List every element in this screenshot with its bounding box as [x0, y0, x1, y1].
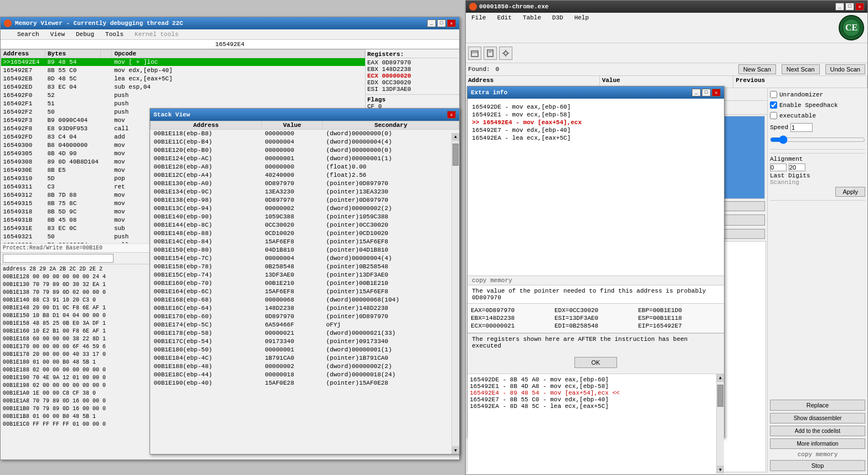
cell-extra: [101, 133, 112, 141]
sv-cell-value: 0D897970: [261, 196, 323, 205]
sv-cell-addr: 00B1E158(ebp-78): [151, 263, 262, 271]
sv-titlebar: Stack View ✕: [150, 109, 459, 121]
ce-btn-settings[interactable]: [499, 47, 512, 60]
ei-asm-row: 165492E1 - mov ecx,[ebp-58]: [472, 111, 720, 119]
cell-extra: [101, 183, 112, 191]
sv-cell-value: 1059C388: [261, 213, 323, 221]
speed-row: Speed: [770, 122, 865, 133]
apply-btn[interactable]: Apply: [835, 187, 865, 197]
ce-menu-d3d[interactable]: D3D: [549, 14, 567, 42]
stop-btn[interactable]: Stop: [770, 460, 865, 471]
sep2: [770, 200, 865, 201]
sv-cell-addr: 00B1E138(ebp-98): [151, 196, 262, 205]
ok-btn[interactable]: OK: [574, 357, 618, 368]
sv-cell-addr: 00B1E180(ebp-50): [151, 346, 262, 354]
cell-extra: [101, 191, 112, 200]
cell-extra: [101, 208, 112, 216]
sv-cell-addr: 00B1E154(ebp-7C): [151, 254, 262, 263]
mv-maximize-btn[interactable]: □: [437, 19, 446, 27]
ei-scrollbar[interactable]: ▲ ▼: [716, 374, 724, 473]
table-row: 00B1E17C(ebp-54) 09173340 (pointer)09173…: [151, 338, 459, 346]
mv-close-btn[interactable]: ✕: [447, 19, 456, 27]
hex-address-input[interactable]: [3, 254, 114, 263]
sv-scroll-down[interactable]: ▼: [452, 446, 459, 454]
table-row: 00B1E140(ebp-90) 1059C388 (pointer)1059C…: [151, 213, 459, 221]
alignment-section: Alignment Last Digits Scanning Apply: [770, 153, 865, 197]
ei-copy-memory[interactable]: copy memory: [468, 276, 724, 285]
replace-btn[interactable]: Replace: [770, 400, 865, 411]
mv-menu-file[interactable]: [3, 30, 9, 38]
sv-cell-secondary: (dword)00000068(104): [323, 296, 459, 304]
cell-addr: 16549315: [1, 200, 45, 208]
alignment-inputs: [770, 164, 865, 171]
ei-scroll-down[interactable]: ▼: [717, 466, 724, 473]
ce-menu-help[interactable]: Help: [571, 14, 592, 42]
sv-cell-value: 13DF3AE0: [261, 271, 323, 279]
cell-bytes: 8D 48 5C: [45, 75, 101, 83]
sv-scroll-up[interactable]: ▲: [452, 133, 459, 141]
next-scan-btn[interactable]: Next Scan: [782, 64, 820, 74]
cell-bytes: 50: [45, 108, 101, 116]
ei-scroll-thumb[interactable]: [717, 385, 723, 407]
mv-menu-tools[interactable]: Tools: [102, 30, 127, 38]
ce-maximize-btn[interactable]: □: [845, 3, 854, 11]
cell-bytes: 8B 45 08: [45, 216, 101, 224]
ce-menu-file[interactable]: File: [468, 14, 489, 42]
reg-ecx: ECX 00000020: [367, 73, 458, 79]
sv-cell-value: 00000000: [261, 163, 323, 171]
cell-extra: [101, 125, 112, 133]
cell-bytes: C3: [45, 183, 101, 191]
table-row: 00B1E18C(ebp-44) 00000018 (dword)0000001…: [151, 371, 459, 379]
mv-minimize-btn[interactable]: _: [427, 19, 436, 27]
undo-scan-btn[interactable]: Undo Scan: [825, 64, 865, 74]
speed-slider[interactable]: [770, 135, 865, 144]
copy-memory-label[interactable]: copy memory: [770, 451, 865, 458]
ce-minimize-btn[interactable]: _: [835, 3, 844, 11]
ei-lower-asm-row: 165492EA - 8D 48 5C - lea ecx,[eax+5C]: [470, 403, 722, 410]
ei-scroll-up[interactable]: ▲: [717, 374, 724, 382]
sv-scroll-thumb[interactable]: [453, 144, 459, 166]
ei-reg-edx: EDX=0CC30020: [554, 307, 637, 314]
sv-cell-value: 15AF6EF8: [261, 238, 323, 246]
ei-close-btn[interactable]: ✕: [712, 89, 721, 96]
sv-scrollbar[interactable]: ▲ ▼: [451, 133, 459, 454]
mv-menu-search[interactable]: Search: [14, 30, 43, 38]
ce-found-bar: Found: 0 New Scan Next Scan Undo Scan: [466, 63, 867, 76]
mv-menu-kernel[interactable]: Kernel tools: [131, 30, 182, 38]
alignment-min-input[interactable]: [770, 164, 787, 171]
speedhack-row: Enable Speedhack: [770, 101, 865, 109]
ce-btn-save[interactable]: [484, 47, 497, 60]
mv-menu-debug[interactable]: Debug: [73, 30, 97, 38]
sv-cell-secondary: (dword)00000021(33): [323, 329, 459, 338]
unrandomizer-checkbox[interactable]: [770, 91, 777, 98]
show-disasm-btn[interactable]: Show disassembler: [770, 413, 865, 423]
sv-cell-secondary: (dword)00000004(4): [323, 254, 459, 263]
ei-minimize-btn[interactable]: _: [692, 89, 701, 96]
new-scan-btn[interactable]: New Scan: [738, 64, 776, 74]
cell-addr: 16549310: [1, 175, 45, 183]
sv-cell-value: 00000018: [261, 371, 323, 379]
cell-opcode: sub esp,04: [112, 83, 365, 91]
add-to-codelist-btn[interactable]: Add to the codelist: [770, 426, 865, 436]
ce-btn-open[interactable]: [468, 47, 481, 60]
sv-close-btn[interactable]: ✕: [447, 111, 456, 119]
ce-close-btn[interactable]: ✕: [855, 3, 864, 11]
sv-cell-addr: 00B1E148(ebp-88): [151, 229, 262, 238]
speed-input[interactable]: [790, 123, 813, 132]
cell-addr: 16549311: [1, 183, 45, 191]
ei-maximize-btn[interactable]: □: [702, 89, 711, 96]
sv-cell-secondary: (float)2.56: [323, 171, 459, 180]
executable-checkbox[interactable]: [770, 112, 777, 119]
sv-cell-secondary: (pointer)1B791CA0: [323, 354, 459, 362]
cell-bytes: 83 C4 04: [45, 133, 101, 141]
table-row: 00B1E150(ebp-80) 04D1B810 (pointer)04D1B…: [151, 246, 459, 254]
more-information-btn[interactable]: More information: [770, 438, 865, 449]
mv-menu-view[interactable]: View: [47, 30, 68, 38]
cell-addr: 16549308: [1, 158, 45, 166]
cell-bytes: 8B 4D 90: [45, 150, 101, 158]
cell-extra: [101, 224, 112, 233]
ce-menu-table[interactable]: Table: [520, 14, 545, 42]
alignment-max-input[interactable]: [789, 164, 805, 171]
speedhack-checkbox[interactable]: [770, 101, 777, 109]
ce-menu-edit[interactable]: Edit: [494, 14, 515, 42]
